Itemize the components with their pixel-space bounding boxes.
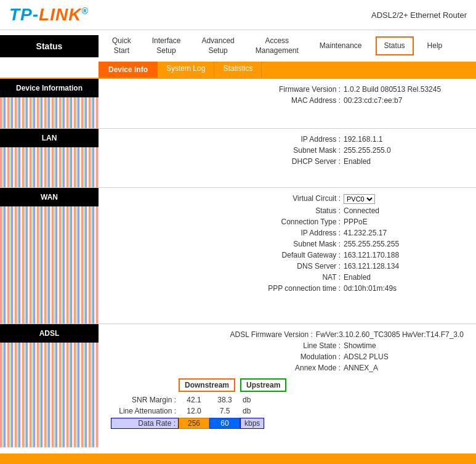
adsl-modulation-value: ADSL2 PLUS (341, 352, 464, 361)
adsl-linestate-row: Line State : Showtime (111, 340, 464, 351)
wan-subnet-row: Subnet Mask : 255.255.255.255 (111, 238, 464, 250)
sub-tabs: Device Info System Log Statistics (99, 62, 476, 78)
nav-advanced-setup[interactable]: Advanced Setup (194, 33, 241, 59)
lan-dhcp-value: Enabled (341, 157, 464, 166)
device-information-main: Firmware Version : 1.0.2 Build 080513 Re… (99, 79, 476, 128)
snr-ds-value: 42.1 (179, 396, 209, 404)
downstream-button[interactable]: Downstream (179, 378, 235, 392)
lan-subnet-label: Subnet Mask : (230, 146, 341, 155)
wan-ip-row: IP Address : 41.232.25.17 (111, 227, 464, 238)
firmware-row: Firmware Version : 1.0.2 Build 080513 Re… (111, 84, 464, 95)
device-information-sidebar: Device Information (0, 79, 99, 128)
upstream-button[interactable]: Upstream (240, 378, 286, 392)
lan-sidebar: LAN (0, 129, 99, 187)
lan-ip-label: IP Address : (230, 135, 341, 144)
wan-gateway-value: 163.121.170.188 (341, 251, 464, 259)
logo: TP-LINK® (9, 5, 89, 25)
adsl-linestate-value: Showtime (341, 341, 464, 350)
adsl-modulation-label: Modulation : (230, 352, 341, 361)
wan-content: Virtual Circuit : PVC0 Status : Connecte… (99, 188, 476, 299)
lan-subnet-row: Subnet Mask : 255.255.255.0 (111, 145, 464, 156)
wan-vc-select[interactable]: PVC0 (344, 194, 375, 204)
sub-tab-statistics[interactable]: Statistics (214, 62, 262, 78)
device-information-content: Firmware Version : 1.0.2 Build 080513 Re… (99, 79, 476, 111)
wan-ppp-label: PPP connection time : (230, 284, 341, 293)
wan-status-value: Connected (341, 206, 464, 215)
adsl-fw-value: FwVer:3.10.2.60_TC3085 HwVer:T14.F7_3.0 (313, 330, 464, 339)
wan-gateway-row: Default Gateway : 163.121.170.188 (111, 250, 464, 261)
wan-subnet-value: 255.255.255.255 (341, 240, 464, 248)
data-rate-us-value: 60 (209, 418, 240, 429)
wan-dns-label: DNS Server : (230, 262, 341, 271)
lan-ip-row: IP Address : 192.168.1.1 (111, 134, 464, 145)
adsl-content: ADSL Firmware Version : FwVer:3.10.2.60_… (99, 324, 476, 435)
snr-row: SNR Margin : 42.1 38.3 db (111, 394, 464, 405)
nav-maintenance[interactable]: Maintenance (312, 38, 369, 55)
nav-items: Quick Start Interface Setup Advanced Set… (99, 30, 476, 62)
adsl-linestate-label: Line State : (230, 341, 341, 350)
logo-link: LINK (39, 5, 81, 24)
adsl-sidebar: ADSL (0, 324, 99, 447)
snr-unit: db (240, 396, 251, 404)
header: TP-LINK® ADSL2/2+ Ethernet Router (0, 0, 476, 30)
device-information-section: Device Information Firmware Version : 1.… (0, 79, 476, 128)
snr-us-value: 38.3 (209, 396, 240, 404)
nav: Status Quick Start Interface Setup Advan… (0, 30, 476, 79)
wan-nat-label: NAT : (230, 273, 341, 282)
ds-us-btn-row: Downstream Upstream (111, 378, 464, 392)
lan-section: LAN IP Address : 192.168.1.1 Subnet Mask… (0, 129, 476, 187)
lan-subnet-value: 255.255.255.0 (341, 146, 464, 155)
device-information-stripe (0, 97, 99, 128)
lan-dhcp-row: DHCP Server : Enabled (111, 156, 464, 167)
lan-dhcp-label: DHCP Server : (230, 157, 341, 166)
snr-label: SNR Margin : (111, 396, 179, 404)
wan-gateway-label: Default Gateway : (230, 251, 341, 259)
wan-vc-value: PVC0 (341, 194, 464, 204)
data-rate-row: Data Rate : 256 60 kbps (111, 417, 464, 430)
wan-ip-label: IP Address : (230, 229, 341, 237)
data-rate-label: Data Rate : (111, 418, 179, 429)
lan-stripe (0, 147, 99, 187)
attn-us-value: 7.5 (209, 407, 240, 415)
nav-status[interactable]: Status (376, 36, 414, 56)
wan-ppp-value: 0d:10h:01m:49s (341, 284, 464, 293)
adsl-annex-label: Annex Mode : (230, 364, 341, 372)
lan-main: IP Address : 192.168.1.1 Subnet Mask : 2… (99, 129, 476, 187)
wan-conntype-value: PPPoE (341, 218, 464, 226)
nav-quick-start[interactable]: Quick Start (105, 33, 139, 59)
lan-content: IP Address : 192.168.1.1 Subnet Mask : 2… (99, 129, 476, 172)
attn-unit: db (240, 407, 251, 415)
adsl-modulation-row: Modulation : ADSL2 PLUS (111, 351, 464, 362)
nav-status-label: Status (0, 35, 99, 57)
wan-ppp-row: PPP connection time : 0d:10h:01m:49s (111, 283, 464, 294)
nav-access-management[interactable]: Access Management (248, 33, 306, 59)
nav-help[interactable]: Help (420, 38, 450, 55)
device-information-label: Device Information (0, 79, 99, 97)
sub-tab-system-log[interactable]: System Log (158, 62, 214, 78)
data-rate-unit: kbps (240, 418, 264, 429)
wan-sidebar: WAN (0, 188, 99, 324)
nav-top: Status Quick Start Interface Setup Advan… (0, 30, 476, 62)
nav-interface-setup[interactable]: Interface Setup (145, 33, 188, 59)
mac-label: MAC Address : (230, 96, 341, 105)
adsl-annex-value: ANNEX_A (341, 364, 464, 372)
data-rate-ds-value: 256 (179, 418, 209, 429)
wan-vc-label: Virtual Circuit : (230, 194, 341, 204)
mac-row: MAC Address : 00:23:cd:c7:ee:b7 (111, 95, 464, 106)
sub-tab-device-info[interactable]: Device Info (99, 62, 158, 78)
wan-conntype-row: Connection Type : PPPoE (111, 216, 464, 227)
lan-label: LAN (0, 129, 99, 147)
attn-label: Line Attenuation : (111, 407, 179, 415)
adsl-label: ADSL (0, 324, 99, 343)
adsl-fw-row: ADSL Firmware Version : FwVer:3.10.2.60_… (111, 329, 464, 340)
wan-vc-row: Virtual Circuit : PVC0 (111, 193, 464, 205)
wan-section: WAN Virtual Circuit : PVC0 Status : Conn… (0, 188, 476, 324)
mac-value: 00:23:cd:c7:ee:b7 (341, 96, 464, 105)
wan-status-label: Status : (230, 206, 341, 215)
router-type: ADSL2/2+ Ethernet Router (371, 10, 467, 20)
wan-dns-row: DNS Server : 163.121.128.134 (111, 261, 464, 272)
adsl-main: ADSL Firmware Version : FwVer:3.10.2.60_… (99, 324, 476, 447)
wan-ip-value: 41.232.25.17 (341, 229, 464, 237)
wan-main: Virtual Circuit : PVC0 Status : Connecte… (99, 188, 476, 324)
wan-label: WAN (0, 188, 99, 206)
